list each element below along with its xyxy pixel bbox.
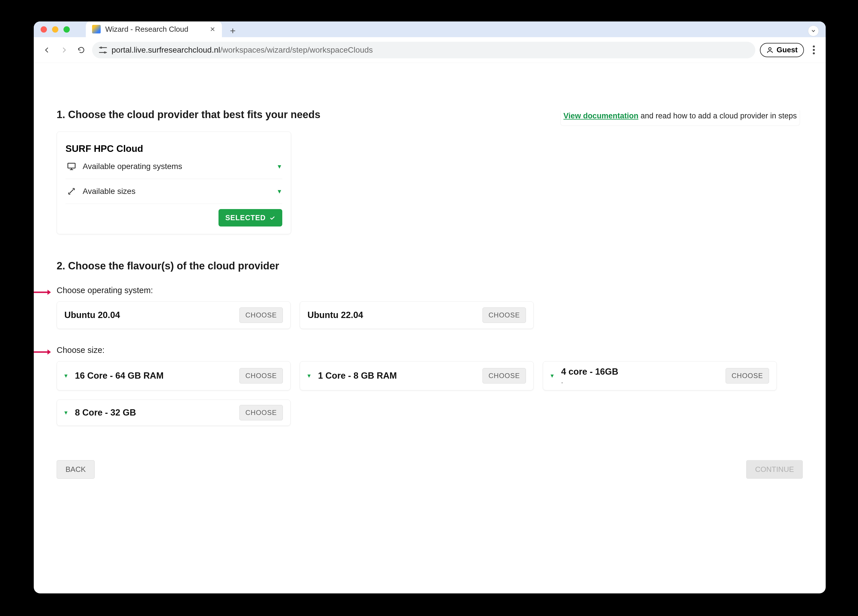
choose-button[interactable]: CHOOSE [726,368,769,384]
svg-rect-1 [68,163,75,168]
url-field[interactable]: portal.live.surfresearchcloud.nl/workspa… [92,42,755,58]
annotation-arrow-icon [34,348,51,357]
nav-back-button[interactable] [40,44,53,56]
profile-chip[interactable]: Guest [760,43,804,57]
provider-name: SURF HPC Cloud [65,143,282,154]
view-documentation-link[interactable]: View documentation [563,112,638,120]
browser-tab[interactable]: Wizard - Research Cloud × [86,22,222,37]
chevron-down-icon: ▾ [278,187,281,195]
choose-os-subheading: Choose operating system: [57,286,803,295]
documentation-banner: View documentation and read how to add a… [560,110,800,126]
size-option-label: 8 Core - 32 GB [75,408,136,418]
chevron-down-icon: ▾ [278,162,281,170]
size-option-label: 1 Core - 8 GB RAM [318,371,397,381]
chevron-down-icon[interactable]: ▾ [308,372,311,380]
os-options-row: Ubuntu 20.04 CHOOSE Ubuntu 22.04 CHOOSE [57,302,803,329]
address-bar: portal.live.surfresearchcloud.nl/workspa… [34,37,826,63]
page-content: View documentation and read how to add a… [34,109,826,593]
svg-point-0 [769,47,771,50]
monitor-icon [67,162,76,171]
os-option-card: Ubuntu 22.04 CHOOSE [300,302,534,329]
size-option-label: 16 Core - 64 GB RAM [75,371,163,381]
chevron-down-icon[interactable]: ▾ [550,372,554,380]
reload-button[interactable] [75,44,87,56]
size-option-card: ▾ 4 core - 16GB . CHOOSE [543,361,777,390]
choose-button[interactable]: CHOOSE [239,307,283,323]
expand-sizes[interactable]: Available sizes ▾ [65,179,282,204]
size-option-card: ▾ 1 Core - 8 GB RAM CHOOSE [300,361,534,390]
banner-text: and read how to add a cloud provider in … [638,112,797,120]
nav-forward-button[interactable] [58,44,70,56]
back-button[interactable]: BACK [57,460,95,479]
close-window-icon[interactable] [40,26,47,33]
choose-size-subheading: Choose size: [57,345,803,355]
expand-os-label: Available operating systems [82,162,182,171]
os-option-label: Ubuntu 20.04 [64,310,120,320]
choose-button[interactable]: CHOOSE [482,307,526,323]
provider-card: SURF HPC Cloud Available operating syste… [57,132,291,234]
section-2-heading: 2. Choose the flavour(s) of the cloud pr… [57,260,803,272]
browser-window: Wizard - Research Cloud × + portal.live.… [34,22,826,593]
selected-badge: SELECTED [219,209,282,227]
size-option-label: 4 core - 16GB . [561,367,618,385]
url-path: /workspaces/wizard/step/workspaceClouds [220,45,373,54]
chevron-down-icon[interactable]: ▾ [64,409,67,416]
size-options-row: ▾ 16 Core - 64 GB RAM CHOOSE ▾ 1 Core - … [57,361,803,426]
choose-button[interactable]: CHOOSE [239,368,283,384]
url-host: portal.live.surfresearchcloud.nl [112,45,220,54]
choose-button[interactable]: CHOOSE [239,405,283,420]
fullscreen-window-icon[interactable] [64,26,70,33]
wizard-footer: BACK CONTINUE [57,460,803,479]
window-controls [40,26,70,33]
tab-close-icon[interactable]: × [210,24,215,34]
profile-label: Guest [777,45,797,54]
minimize-window-icon[interactable] [52,26,58,33]
check-icon [269,215,275,221]
expand-sizes-label: Available sizes [82,187,135,196]
browser-menu-icon[interactable] [808,45,819,54]
continue-button: CONTINUE [746,460,803,479]
tab-dropdown-icon[interactable] [808,25,819,36]
choose-button[interactable]: CHOOSE [482,368,526,384]
tab-title: Wizard - Research Cloud [105,25,188,34]
os-option-label: Ubuntu 22.04 [308,310,363,320]
expand-operating-systems[interactable]: Available operating systems ▾ [65,154,282,179]
resize-icon [67,187,76,196]
annotation-arrow-icon [34,288,51,297]
new-tab-button[interactable]: + [228,25,238,36]
site-settings-icon[interactable] [99,47,107,53]
titlebar: Wizard - Research Cloud × + [34,22,826,37]
size-option-card: ▾ 16 Core - 64 GB RAM CHOOSE [57,361,291,390]
os-option-card: Ubuntu 20.04 CHOOSE [57,302,291,329]
selected-label: SELECTED [225,214,266,222]
tab-favicon [92,25,101,33]
chevron-down-icon[interactable]: ▾ [64,372,67,380]
size-option-card: ▾ 8 Core - 32 GB CHOOSE [57,400,291,426]
